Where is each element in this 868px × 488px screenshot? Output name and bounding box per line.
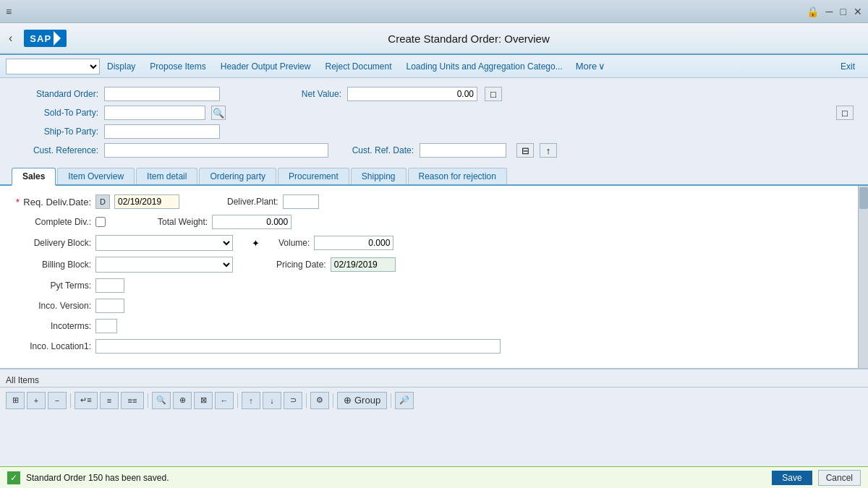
delivery-block-select[interactable] bbox=[95, 235, 233, 251]
app-header: ‹ SAP Create Standard Order: Overview bbox=[0, 23, 868, 55]
minimize-icon[interactable]: ─ bbox=[826, 6, 833, 17]
bt-btn-add[interactable]: + bbox=[27, 392, 46, 409]
req-deliv-row: * Req. Deliv.Date: D Deliver.Plant: bbox=[12, 194, 856, 209]
pyt-terms-input[interactable] bbox=[95, 278, 124, 293]
bt-btn-arrow2[interactable]: ↑ bbox=[242, 392, 260, 409]
standard-order-row: Standard Order: Net Value: □ bbox=[12, 87, 856, 101]
tabs-container: Sales Item Overview Item detail Ordering… bbox=[0, 162, 868, 186]
inco-location-input[interactable] bbox=[95, 339, 501, 354]
cursor-pos-indicator: ✦ bbox=[252, 238, 260, 249]
total-weight-input[interactable] bbox=[212, 215, 292, 229]
tab-shipping[interactable]: Shipping bbox=[351, 168, 407, 184]
lock-icon: 🔒 bbox=[807, 6, 819, 17]
bt-btn-zoom[interactable]: 🔎 bbox=[395, 392, 414, 409]
group-button[interactable]: ⊕ Group bbox=[337, 392, 387, 409]
status-message: Standard Order 150 has been saved. bbox=[26, 473, 766, 483]
content-area: * Req. Deliv.Date: D Deliver.Plant: Comp… bbox=[0, 186, 868, 369]
pricing-date-input[interactable] bbox=[331, 257, 396, 272]
billing-block-select[interactable] bbox=[95, 257, 233, 273]
status-check-icon: ✓ bbox=[7, 471, 20, 484]
bt-btn-list2[interactable]: ≡≡ bbox=[121, 392, 144, 409]
reject-document-button[interactable]: Reject Document bbox=[318, 56, 399, 77]
toolbar-dropdown[interactable] bbox=[6, 59, 100, 74]
bt-btn-cross1[interactable]: ⊕ bbox=[173, 392, 192, 409]
propose-items-button[interactable]: Propose Items bbox=[142, 56, 213, 77]
exit-button[interactable]: Exit bbox=[833, 60, 862, 73]
req-deliv-label: * Req. Deliv.Date: bbox=[12, 197, 91, 207]
tab-ordering-party[interactable]: Ordering party bbox=[199, 168, 276, 184]
more-button[interactable]: More ∨ bbox=[570, 59, 612, 73]
complete-div-label: Complete Div.: bbox=[12, 217, 91, 227]
group-label: Group bbox=[354, 395, 380, 406]
scrollbar[interactable] bbox=[858, 186, 868, 368]
cust-ref-date-label: Cust. Ref. Date: bbox=[349, 145, 414, 155]
header-output-button[interactable]: Header Output Preview bbox=[213, 56, 318, 77]
cust-ref-date-icon2[interactable]: ↑ bbox=[540, 143, 557, 158]
incoterms-row: Incoterms: bbox=[12, 319, 856, 333]
sold-to-icon-btn[interactable]: □ bbox=[836, 106, 854, 120]
bt-btn-table[interactable]: ⊞ bbox=[6, 392, 25, 409]
bt-btn-list1[interactable]: ≡ bbox=[100, 392, 119, 409]
cancel-button[interactable]: Cancel bbox=[818, 470, 861, 486]
sap-logo: SAP bbox=[24, 30, 67, 47]
standard-order-input[interactable] bbox=[104, 87, 220, 101]
delivery-block-row: Delivery Block: ✦ Volume: bbox=[12, 235, 856, 251]
sold-to-label: Sold-To Party: bbox=[12, 108, 98, 118]
inco-version-row: Inco. Version: bbox=[12, 299, 856, 313]
cust-ref-label: Cust. Reference: bbox=[12, 145, 98, 155]
standard-order-label: Standard Order: bbox=[12, 89, 98, 99]
bt-btn-cross2[interactable]: ⊠ bbox=[194, 392, 213, 409]
req-deliv-date-input[interactable] bbox=[114, 194, 179, 209]
inco-location-label: Inco. Location1: bbox=[12, 341, 91, 351]
incoterms-label: Incoterms: bbox=[12, 321, 91, 331]
cust-ref-date-input[interactable] bbox=[420, 143, 506, 158]
loading-units-button[interactable]: Loading Units and Aggregation Catego... bbox=[399, 56, 570, 77]
pyt-terms-label: Pyt Terms: bbox=[12, 281, 91, 291]
sold-to-row: Sold-To Party: 🔍 □ bbox=[12, 106, 856, 120]
billing-block-row: Billing Block: Pricing Date: bbox=[12, 257, 856, 273]
pyt-terms-row: Pyt Terms: bbox=[12, 278, 856, 293]
tab-item-overview[interactable]: Item Overview bbox=[57, 168, 135, 184]
req-deliv-d-label: D bbox=[95, 194, 110, 209]
tab-procurement[interactable]: Procurement bbox=[278, 168, 349, 184]
cust-ref-input[interactable] bbox=[104, 143, 328, 158]
bt-btn-arrow1[interactable]: ← bbox=[215, 392, 234, 409]
deliver-plant-input[interactable] bbox=[283, 194, 319, 209]
save-button[interactable]: Save bbox=[772, 471, 812, 485]
menu-icon[interactable]: ≡ bbox=[6, 6, 12, 17]
bt-btn-remove[interactable]: − bbox=[48, 392, 67, 409]
bt-btn-settings[interactable]: ⚙ bbox=[310, 392, 329, 409]
group-icon: ⊕ bbox=[344, 395, 352, 406]
bt-btn-insert[interactable]: ↵≡ bbox=[75, 392, 98, 409]
ship-to-input[interactable] bbox=[104, 124, 220, 139]
bt-btn-arrow3[interactable]: ↓ bbox=[263, 392, 281, 409]
bt-btn-arrow4[interactable]: ⊃ bbox=[284, 392, 302, 409]
inco-location-row: Inco. Location1: bbox=[12, 339, 856, 354]
title-bar: ≡ 🔒 ─ □ ✕ bbox=[0, 0, 868, 23]
cust-ref-date-icon1[interactable]: ⊟ bbox=[516, 143, 534, 158]
net-value-icon-btn[interactable]: □ bbox=[485, 87, 502, 101]
display-button[interactable]: Display bbox=[100, 56, 142, 77]
total-weight-label: Total Weight: bbox=[158, 217, 208, 227]
tab-reason-rejection[interactable]: Reason for rejection bbox=[408, 168, 507, 184]
sold-to-search-button[interactable]: 🔍 bbox=[211, 106, 226, 120]
volume-input[interactable] bbox=[314, 236, 393, 250]
maximize-icon[interactable]: □ bbox=[841, 6, 846, 17]
cust-ref-row: Cust. Reference: Cust. Ref. Date: ⊟ ↑ bbox=[12, 143, 856, 158]
tab-item-detail[interactable]: Item detail bbox=[136, 168, 197, 184]
inco-version-input[interactable] bbox=[95, 299, 124, 313]
sold-to-input[interactable] bbox=[104, 106, 205, 120]
incoterms-input[interactable] bbox=[95, 319, 117, 333]
delivery-block-label: Delivery Block: bbox=[12, 238, 91, 248]
net-value-input[interactable] bbox=[347, 87, 477, 101]
back-button[interactable]: ‹ bbox=[6, 30, 15, 46]
complete-div-checkbox[interactable] bbox=[95, 217, 106, 227]
bt-btn-search[interactable]: 🔍 bbox=[152, 392, 171, 409]
bt-sep5 bbox=[333, 393, 333, 408]
volume-label: Volume: bbox=[278, 238, 310, 248]
bt-sep3 bbox=[237, 393, 238, 408]
bt-sep6 bbox=[391, 393, 391, 408]
close-icon[interactable]: ✕ bbox=[854, 6, 862, 17]
scrollbar-thumb[interactable] bbox=[859, 187, 868, 209]
tab-sales[interactable]: Sales bbox=[12, 168, 56, 186]
